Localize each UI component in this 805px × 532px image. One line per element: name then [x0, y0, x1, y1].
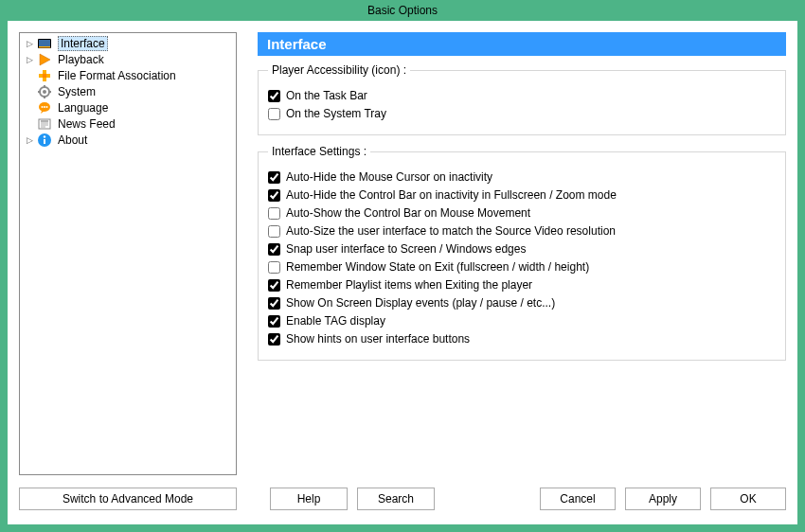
expander-spacer: [24, 118, 35, 130]
language-icon: [37, 100, 52, 115]
option-label: Remember Window State on Exit (fullscree…: [286, 260, 589, 274]
svg-rect-7: [43, 78, 46, 81]
option-taskbar[interactable]: On the Task Bar: [268, 89, 776, 102]
option-systray[interactable]: On the System Tray: [268, 107, 776, 120]
file-format-icon: [37, 68, 52, 83]
option-row[interactable]: Show On Screen Display events (play / pa…: [268, 296, 776, 310]
svg-rect-6: [43, 70, 46, 74]
svg-marker-3: [40, 54, 50, 65]
playback-icon: [37, 52, 52, 67]
button-bar: Switch to Advanced Mode Help Search Canc…: [19, 487, 786, 511]
checkbox[interactable]: [268, 243, 280, 256]
option-row[interactable]: Show hints on user interface buttons: [268, 332, 776, 346]
option-label: Show hints on user interface buttons: [286, 332, 470, 346]
group-player-accessibility: Player Accessibility (icon) : On the Tas…: [258, 63, 786, 135]
svg-rect-25: [44, 139, 45, 144]
svg-rect-2: [39, 46, 50, 48]
tree-item-file-format[interactable]: File Format Association: [20, 67, 236, 83]
checkbox-systray[interactable]: [268, 108, 280, 120]
tree-label: Playback: [56, 53, 106, 66]
tree-item-interface[interactable]: ▷ Interface: [20, 35, 236, 51]
checkbox[interactable]: [268, 207, 280, 220]
option-label: On the Task Bar: [286, 89, 367, 102]
expander-spacer: [24, 86, 35, 98]
checkbox[interactable]: [268, 171, 280, 184]
option-row[interactable]: Enable TAG display: [268, 314, 776, 328]
settings-panel: Interface Player Accessibility (icon) : …: [258, 32, 786, 475]
nav-tree[interactable]: ▷ Interface ▷ Playback: [19, 32, 237, 475]
news-icon: [37, 116, 52, 132]
group-interface-settings: Interface Settings : Auto-Hide the Mouse…: [258, 145, 786, 361]
expander-spacer: [24, 102, 35, 114]
checkbox[interactable]: [268, 315, 280, 328]
tree-item-news-feed[interactable]: News Feed: [20, 115, 236, 132]
option-label: Show On Screen Display events (play / pa…: [286, 296, 555, 310]
option-row[interactable]: Remember Playlist items when Exiting the…: [268, 278, 776, 292]
option-row[interactable]: Snap user interface to Screen / Windows …: [268, 242, 776, 256]
checkbox[interactable]: [268, 225, 280, 238]
svg-rect-5: [46, 74, 50, 78]
tree-label: Interface: [58, 36, 108, 51]
tree-item-language[interactable]: Language: [20, 99, 236, 115]
interface-icon: [37, 36, 52, 51]
group-legend: Player Accessibility (icon) :: [268, 63, 410, 77]
option-label: Auto-Size the user interface to match th…: [286, 224, 616, 238]
tree-label: File Format Association: [56, 69, 178, 82]
option-label: Auto-Hide the Mouse Cursor on inactivity: [286, 170, 492, 184]
tree-item-playback[interactable]: ▷ Playback: [20, 51, 236, 67]
svg-point-18: [46, 106, 48, 108]
panel-header: Interface: [258, 32, 786, 56]
option-label: Auto-Show the Control Bar on Mouse Movem…: [286, 206, 530, 220]
svg-rect-1: [39, 40, 50, 46]
checkbox[interactable]: [268, 333, 280, 346]
checkbox-taskbar[interactable]: [268, 90, 280, 102]
group-legend: Interface Settings :: [268, 145, 370, 158]
option-label: Snap user interface to Screen / Windows …: [286, 242, 526, 256]
option-label: Auto-Hide the Control Bar on inactivity …: [286, 188, 617, 202]
option-label: On the System Tray: [286, 107, 386, 120]
svg-rect-4: [39, 74, 43, 78]
help-button[interactable]: Help: [270, 488, 348, 510]
option-row[interactable]: Auto-Hide the Control Bar on inactivity …: [268, 188, 776, 202]
tree-label: News Feed: [56, 117, 117, 131]
tree-item-system[interactable]: System: [20, 83, 236, 99]
checkbox[interactable]: [268, 261, 280, 274]
cancel-button[interactable]: Cancel: [540, 488, 616, 510]
search-button[interactable]: Search: [357, 488, 435, 510]
option-row[interactable]: Auto-Hide the Mouse Cursor on inactivity: [268, 170, 776, 184]
option-label: Enable TAG display: [286, 314, 385, 328]
option-row[interactable]: Auto-Size the user interface to match th…: [268, 224, 776, 238]
expander-icon[interactable]: ▷: [24, 38, 35, 49]
expander-spacer: [24, 70, 35, 81]
svg-rect-8: [43, 74, 46, 78]
expander-icon[interactable]: ▷: [24, 54, 35, 65]
svg-point-16: [42, 106, 44, 108]
option-row[interactable]: Remember Window State on Exit (fullscree…: [268, 260, 776, 274]
title-bar: Basic Options: [0, 0, 805, 21]
tree-label: System: [56, 85, 98, 98]
window: Basic Options ▷ Interface ▷: [0, 0, 805, 532]
checkbox[interactable]: [268, 279, 280, 292]
tree-label: About: [56, 133, 89, 147]
tree-item-about[interactable]: ▷ About: [20, 132, 236, 148]
svg-point-10: [43, 90, 46, 94]
apply-button[interactable]: Apply: [625, 488, 701, 510]
tree-label: Language: [56, 101, 110, 115]
svg-point-26: [44, 135, 45, 137]
svg-point-17: [44, 106, 45, 108]
expander-icon[interactable]: ▷: [24, 134, 35, 146]
option-label: Remember Playlist items when Exiting the…: [286, 278, 532, 292]
client-area: ▷ Interface ▷ Playback: [8, 21, 797, 524]
system-icon: [37, 84, 52, 99]
option-row[interactable]: Auto-Show the Control Bar on Mouse Movem…: [268, 206, 776, 220]
main-area: ▷ Interface ▷ Playback: [19, 32, 786, 475]
about-icon: [37, 133, 52, 148]
ok-button[interactable]: OK: [710, 488, 786, 510]
checkbox[interactable]: [268, 189, 280, 202]
window-title: Basic Options: [367, 4, 438, 17]
checkbox[interactable]: [268, 297, 280, 310]
switch-advanced-button[interactable]: Switch to Advanced Mode: [19, 488, 237, 510]
